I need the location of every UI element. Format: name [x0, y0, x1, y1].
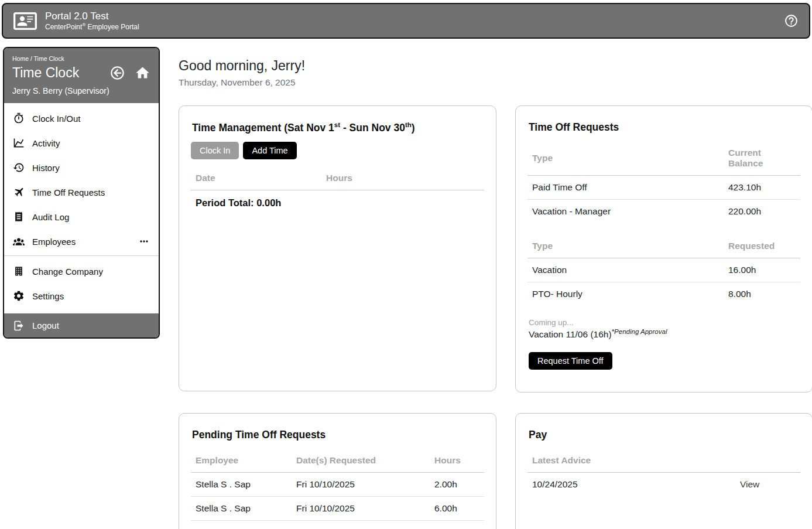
home-icon[interactable] — [135, 65, 150, 81]
table-row: Vacation - Manager 220.00h — [527, 200, 800, 223]
pending-requests-table: Employee Date(s) Requested Hours Stella … — [191, 449, 484, 521]
cell-hours: 2.00h — [434, 479, 479, 490]
pending-approval-note: *Pending Approval — [612, 328, 667, 335]
cell-type: PTO- Hourly — [532, 289, 728, 299]
cell-balance: 423.10h — [728, 182, 796, 193]
column-header-hours: Hours — [434, 455, 479, 466]
cell-date-requested: Fri 10/10/2025 — [296, 503, 434, 514]
column-header-date: Date — [196, 173, 326, 183]
sidebar: Home / Time Clock Time Clock Jerry S. Be… — [3, 47, 160, 339]
header-titles: Portal 2.0 Test CenterPoint® Employee Po… — [45, 10, 139, 32]
time-management-card: Time Management (Sat Nov 1st - Sun Nov 3… — [179, 105, 496, 391]
chart-line-icon — [13, 137, 25, 149]
back-icon[interactable] — [109, 65, 125, 81]
sidebar-item-change-company[interactable]: Change Company — [4, 259, 159, 284]
app-header: Portal 2.0 Test CenterPoint® Employee Po… — [2, 3, 810, 39]
table-header-row: Employee Date(s) Requested Hours — [191, 449, 484, 473]
cell-balance: 220.00h — [728, 206, 796, 217]
greeting-title: Good morning, Jerry! — [179, 58, 305, 74]
current-user-label: Jerry S. Berry (Supervisor) — [12, 86, 150, 95]
column-header-latest-advice: Latest Advice — [532, 455, 740, 466]
stopwatch-icon — [13, 112, 25, 124]
sidebar-item-history[interactable]: History — [4, 155, 159, 180]
card-title-time-off-requests: Time Off Requests — [529, 121, 799, 134]
sidebar-item-logout[interactable]: Logout — [4, 313, 159, 337]
breadcrumb[interactable]: Home / Time Clock — [12, 55, 150, 62]
sidebar-item-label: History — [32, 163, 60, 173]
table-header-row: Type Current Balance — [527, 141, 800, 176]
cell-employee: Stella S . Sap — [196, 503, 296, 514]
column-header-type: Type — [532, 241, 728, 251]
sidebar-item-time-off-requests[interactable]: Time Off Requests — [4, 180, 159, 204]
sidebar-item-settings[interactable]: Settings — [4, 284, 159, 308]
sidebar-item-label: Audit Log — [32, 212, 69, 222]
cell-type: Vacation — [532, 265, 728, 275]
column-header-dates-requested: Date(s) Requested — [296, 455, 434, 466]
table-row: Paid Time Off 423.10h — [527, 176, 800, 200]
table-row: Vacation 16.00h — [527, 258, 800, 282]
view-advice-link[interactable]: View — [740, 479, 796, 490]
building-icon — [13, 265, 25, 277]
card-title-pending-requests: Pending Time Off Requests — [192, 429, 483, 441]
app-subtitle: CenterPoint® Employee Portal — [45, 22, 139, 32]
coming-up-label: Coming up... — [527, 318, 800, 327]
column-header-hours: Hours — [326, 173, 479, 183]
people-icon — [13, 236, 25, 247]
sidebar-item-employees[interactable]: Employees — [4, 229, 159, 254]
card-title-pay: Pay — [529, 429, 799, 441]
request-time-off-button[interactable]: Request Time Off — [529, 352, 612, 370]
app-title: Portal 2.0 Test — [45, 10, 139, 22]
table-header-row: Date Hours — [191, 166, 484, 190]
ellipsis-icon[interactable] — [138, 236, 150, 247]
cell-hours: 6.00h — [434, 503, 479, 514]
logout-icon — [13, 320, 25, 332]
column-header-type: Type — [532, 153, 728, 163]
cell-type: Paid Time Off — [532, 182, 728, 193]
pay-table: Latest Advice 10/24/2025 View — [527, 449, 800, 496]
sidebar-nav: Clock In/Out Activity History Time Off R… — [4, 103, 159, 308]
sidebar-item-label: Change Company — [32, 267, 103, 277]
sidebar-item-label: Activity — [32, 138, 60, 148]
sidebar-item-activity[interactable]: Activity — [4, 131, 159, 155]
cell-employee: Stella S . Sap — [196, 479, 296, 490]
column-header-requested: Requested — [728, 241, 796, 251]
sidebar-item-label: Settings — [32, 291, 64, 301]
balance-table: Type Current Balance Paid Time Off 423.1… — [527, 141, 800, 223]
cell-advice-date: 10/24/2025 — [532, 479, 740, 490]
cell-date-requested: Fri 10/10/2025 — [296, 479, 434, 490]
sidebar-secondary-section: Change Company Settings — [4, 255, 159, 308]
column-header-employee: Employee — [196, 455, 296, 466]
table-row: Stella S . Sap Fri 10/10/2025 6.00h — [191, 497, 484, 521]
table-row: Stella S . Sap Fri 10/10/2025 2.00h — [191, 473, 484, 497]
clock-in-button[interactable]: Clock In — [191, 142, 239, 159]
sidebar-item-clock-in-out[interactable]: Clock In/Out — [4, 106, 159, 131]
cell-type: Vacation - Manager — [532, 206, 728, 217]
time-off-requests-card: Time Off Requests Type Current Balance P… — [515, 105, 812, 393]
sidebar-header: Home / Time Clock Time Clock Jerry S. Be… — [4, 48, 159, 103]
page-title: Time Clock — [12, 65, 100, 81]
sidebar-item-label: Clock In/Out — [32, 114, 81, 124]
greeting-date: Thursday, November 6, 2025 — [179, 77, 296, 88]
upcoming-time-off: Vacation 11/06 (16h)*Pending Approval — [527, 328, 800, 340]
cell-requested: 8.00h — [728, 289, 796, 299]
sidebar-item-label: Employees — [32, 237, 76, 247]
pay-card: Pay Latest Advice 10/24/2025 View — [515, 413, 812, 529]
table-header-row: Latest Advice — [527, 449, 800, 473]
table-row: 10/24/2025 View — [527, 473, 800, 496]
requested-table: Type Requested Vacation 16.00h PTO- Hour… — [527, 234, 800, 306]
logout-label: Logout — [32, 320, 59, 330]
pending-time-off-requests-card: Pending Time Off Requests Employee Date(… — [179, 413, 496, 529]
cell-requested: 16.00h — [728, 265, 796, 275]
sidebar-item-audit-log[interactable]: Audit Log — [4, 204, 159, 229]
receipt-icon — [13, 211, 25, 223]
card-title-time-management: Time Management (Sat Nov 1st - Sun Nov 3… — [192, 121, 483, 134]
help-icon[interactable] — [784, 13, 799, 28]
add-time-button[interactable]: Add Time — [243, 142, 296, 159]
history-icon — [13, 162, 25, 173]
time-management-table: Date Hours — [191, 166, 484, 190]
gear-icon — [13, 290, 25, 302]
period-total: Period Total: 0.00h — [191, 190, 484, 216]
column-header-current-balance: Current Balance — [728, 148, 796, 169]
table-row: PTO- Hourly 8.00h — [527, 282, 800, 306]
sidebar-item-label: Time Off Requests — [32, 187, 105, 197]
